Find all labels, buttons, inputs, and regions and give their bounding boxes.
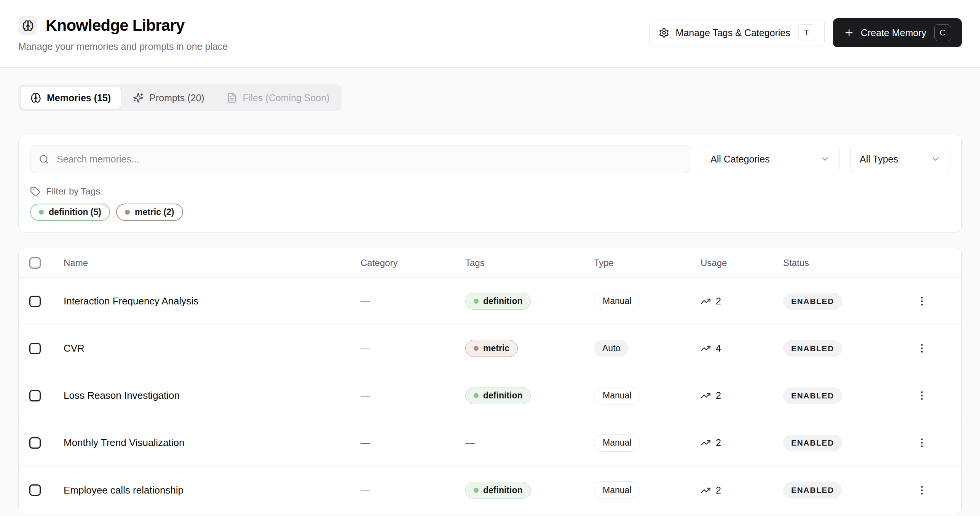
column-header-tags: Tags [465, 258, 594, 268]
row-checkbox[interactable] [29, 343, 41, 354]
brain-icon [18, 16, 37, 35]
usage-value: 2 [701, 390, 783, 401]
category-value: — [361, 390, 465, 401]
category-value: — [361, 485, 465, 496]
tab-prompts[interactable]: Prompts (20) [123, 87, 214, 109]
search-box[interactable] [30, 145, 690, 173]
column-header-usage: Usage [701, 258, 783, 268]
type-badge: Manual [594, 293, 640, 310]
category-select[interactable]: All Categories [701, 145, 840, 173]
page-title: Knowledge Library [46, 16, 184, 35]
table-row: CVR — metric Auto 4 ENABLED [19, 325, 961, 372]
filter-by-tags-row: Filter by Tags [30, 186, 950, 197]
tag-badge: definition [465, 387, 531, 404]
category-value: — [361, 343, 465, 354]
type-badge: Manual [594, 387, 640, 405]
category-value: — [361, 437, 465, 448]
table-row: Employee calls relationship — definition… [19, 467, 961, 514]
usage-value: 4 [701, 343, 783, 354]
status-badge: ENABLED [783, 387, 842, 404]
filter-by-tags-label: Filter by Tags [46, 186, 100, 197]
main-content: Memories (15) Prompts (20) Files (Coming… [0, 68, 980, 514]
row-checkbox[interactable] [29, 484, 41, 496]
table-row: Interaction Frequency Analysis — definit… [19, 278, 961, 325]
usage-value: 2 [701, 485, 783, 496]
row-checkbox[interactable] [29, 437, 41, 449]
shortcut-badge-t: T [798, 24, 815, 41]
brain-icon [30, 92, 41, 103]
kebab-menu-icon [916, 342, 928, 354]
kebab-menu-icon [916, 390, 928, 401]
row-checkbox[interactable] [29, 296, 41, 307]
shortcut-badge-c: C [934, 24, 951, 41]
usage-value: 2 [701, 296, 783, 307]
memory-name: Monthly Trend Visualization [64, 437, 361, 449]
create-memory-label: Create Memory [861, 27, 926, 38]
tag-chip-label: definition (5) [49, 207, 101, 217]
trending-up-icon [701, 296, 711, 306]
manage-tags-button[interactable]: Manage Tags & Categories T [649, 19, 825, 46]
trending-up-icon [701, 343, 711, 354]
tab-memories-label: Memories (15) [47, 92, 111, 104]
tag-chip-list: definition (5) metric (2) [30, 204, 950, 221]
column-header-category: Category [361, 258, 465, 268]
tab-files-label: Files (Coming Soon) [243, 92, 330, 104]
row-menu-button[interactable] [911, 432, 933, 454]
gear-icon [659, 27, 669, 38]
brown-dot-icon [125, 210, 130, 215]
manage-tags-label: Manage Tags & Categories [676, 27, 790, 38]
page-subtitle: Manage your memories and prompts in one … [18, 41, 228, 52]
table-row: Loss Reason Investigation — definition M… [19, 372, 961, 419]
row-checkbox[interactable] [29, 390, 41, 401]
memory-name: Loss Reason Investigation [64, 390, 361, 401]
select-all-checkbox[interactable] [29, 257, 41, 269]
status-badge: ENABLED [783, 340, 842, 357]
green-dot-icon [474, 488, 479, 493]
memory-name: Employee calls relationship [64, 484, 361, 496]
status-badge: ENABLED [783, 482, 842, 498]
tab-memories[interactable]: Memories (15) [21, 87, 121, 109]
tag-badge: metric [465, 340, 518, 357]
plus-icon [844, 27, 854, 38]
type-badge: Manual [594, 434, 640, 452]
table-header-row: Name Category Tags Type Usage Status [19, 248, 961, 278]
row-menu-button[interactable] [911, 385, 933, 406]
type-badge: Manual [594, 481, 640, 499]
row-menu-button[interactable] [911, 338, 933, 359]
row-menu-button[interactable] [911, 479, 933, 501]
column-header-type: Type [594, 258, 701, 268]
green-dot-icon [474, 299, 479, 304]
green-dot-icon [39, 210, 44, 215]
filters-panel: All Categories All Types Filter by Tags … [18, 135, 962, 233]
tag-chip-label: metric (2) [135, 207, 174, 217]
tag-chip-metric[interactable]: metric (2) [116, 204, 183, 221]
memory-name: Interaction Frequency Analysis [64, 295, 361, 307]
status-badge: ENABLED [783, 435, 842, 451]
sparkles-icon [133, 92, 144, 103]
kebab-menu-icon [916, 484, 928, 496]
chevron-down-icon [820, 154, 830, 164]
create-memory-button[interactable]: Create Memory C [833, 18, 962, 47]
search-input[interactable] [56, 153, 682, 165]
trending-up-icon [701, 485, 711, 495]
chevron-down-icon [931, 154, 940, 164]
type-select-value: All Types [860, 154, 898, 165]
type-badge: Auto [594, 340, 629, 357]
column-header-status: Status [783, 258, 891, 268]
header-left: Knowledge Library Manage your memories a… [18, 16, 228, 52]
search-icon [39, 154, 49, 164]
brown-dot-icon [474, 346, 479, 351]
memory-name: CVR [64, 342, 361, 354]
green-dot-icon [474, 393, 479, 398]
type-select[interactable]: All Types [850, 145, 950, 173]
trending-up-icon [701, 390, 711, 401]
tag-empty-value: — [465, 437, 594, 448]
tag-chip-definition[interactable]: definition (5) [30, 204, 110, 221]
tab-list: Memories (15) Prompts (20) Files (Coming… [18, 84, 342, 111]
usage-value: 2 [701, 437, 783, 448]
file-icon [227, 92, 237, 103]
status-badge: ENABLED [783, 293, 842, 310]
tag-badge: definition [465, 293, 531, 310]
table-row: Monthly Trend Visualization — — Manual 2… [19, 419, 961, 467]
row-menu-button[interactable] [911, 291, 933, 312]
